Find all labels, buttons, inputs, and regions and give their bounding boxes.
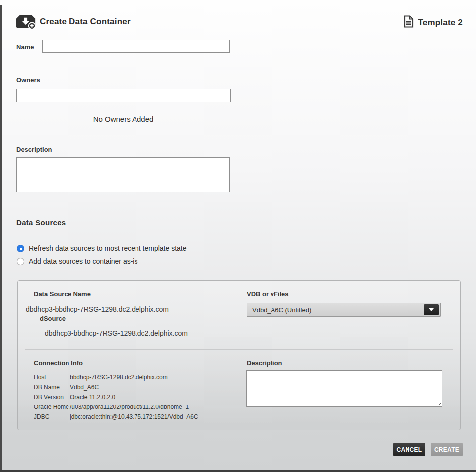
radio-unselected-icon[interactable] [17, 258, 24, 265]
conn-row-host: Host bbdhcp-7RSG-1298.dc2.delphix.com [34, 372, 198, 382]
no-owners-message: No Owners Added [16, 115, 230, 123]
cancel-button[interactable]: CANCEL [393, 443, 425, 456]
connection-info-header: Connection Info [34, 359, 83, 367]
connection-info-table: Host bbdhcp-7RSG-1298.dc2.delphix.com DB… [34, 372, 198, 422]
radio-add-as-is[interactable]: Add data sources to container as-is [17, 257, 137, 265]
owners-label: Owners [16, 76, 40, 84]
template-name: Template 2 [418, 18, 463, 28]
conn-row-db-version: DB Version Oracle 11.2.0.2.0 [34, 392, 198, 402]
conn-value: bbdhcp-7RSG-1298.dc2.delphix.com [70, 374, 168, 381]
source-description-textarea[interactable] [246, 370, 442, 407]
source-description-label: Description [247, 359, 282, 367]
conn-value: Oracle 11.2.0.2.0 [70, 394, 115, 401]
chevron-down-icon [429, 308, 434, 311]
conn-row-db-name: DB Name Vdbd_A6C [34, 382, 198, 392]
template-source-name: dbdhcp3-bbdhcp-7RSG-1298.dc2.delphix.com [26, 305, 169, 313]
dsource-name: dbdhcp3-bbdhcp-7RSG-1298.dc2.delphix.com [45, 329, 188, 337]
name-input[interactable] [42, 40, 230, 53]
vdb-selected-value: Vdbd_A6C (Untitled) [247, 306, 424, 314]
radio-selected-icon[interactable] [17, 245, 24, 252]
dsource-label: dSource [40, 315, 66, 322]
conn-value: jdbc:oracle:thin:@10.43.75.172:1521/Vdbd… [70, 413, 198, 420]
radio-add-as-is-label: Add data sources to container as-is [29, 257, 137, 265]
data-sources-heading: Data Sources [16, 218, 66, 227]
document-icon [404, 15, 414, 30]
data-source-name-header: Data Source Name [34, 290, 91, 298]
conn-value: Vdbd_A6C [70, 384, 99, 391]
divider [16, 133, 462, 133]
window-left-edge [0, 5, 2, 472]
divider [16, 64, 462, 64]
dropdown-button[interactable] [424, 304, 439, 315]
template-badge: Template 2 [404, 15, 463, 30]
owners-input[interactable] [16, 89, 231, 102]
radio-refresh-data-sources[interactable]: Refresh data sources to most recent temp… [17, 244, 187, 252]
conn-label: JDBC [34, 413, 70, 420]
vdb-or-vfiles-header: VDB or vFiles [247, 290, 289, 298]
panel-divider [25, 349, 453, 350]
conn-row-jdbc: JDBC jdbc:oracle:thin:@10.43.75.172:1521… [34, 412, 198, 422]
divider [16, 204, 462, 204]
data-source-panel: Data Source Name dbdhcp3-bbdhcp-7RSG-129… [17, 280, 461, 430]
conn-label: DB Version [34, 394, 70, 401]
description-label: Description [16, 146, 52, 153]
radio-refresh-label: Refresh data sources to most recent temp… [29, 244, 187, 252]
name-label: Name [16, 43, 34, 51]
page-title: Create Data Container [40, 17, 131, 27]
create-data-container-dialog: Create Data Container Template 2 Name Ow… [0, 0, 476, 472]
create-button[interactable]: CREATE [431, 443, 463, 456]
description-textarea[interactable] [16, 157, 230, 192]
conn-label: Host [34, 374, 70, 381]
window-bottom-edge [0, 470, 476, 472]
vdb-select[interactable]: Vdbd_A6C (Untitled) [247, 303, 441, 317]
create-data-container-icon [15, 14, 37, 32]
conn-value: /u03/app/ora11202/product/11.2.0/dbhome_… [70, 404, 189, 410]
conn-label: DB Name [34, 384, 70, 391]
conn-label: Oracle Home [34, 404, 70, 410]
conn-row-oracle-home: Oracle Home /u03/app/ora11202/product/11… [34, 402, 198, 412]
